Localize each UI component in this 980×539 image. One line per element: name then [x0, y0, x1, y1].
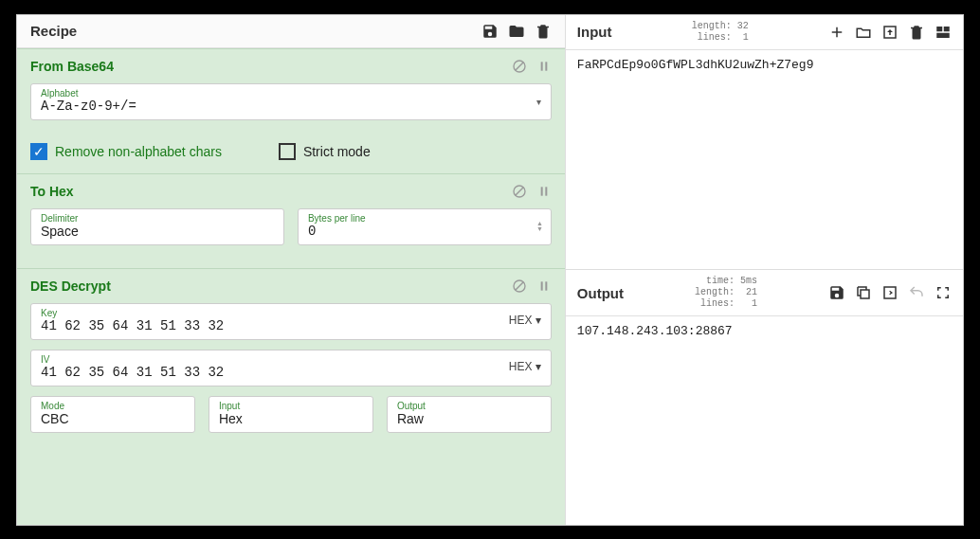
input-panel: Input length: 32 lines: 1 FaRPCdEp9o0GfW…	[566, 15, 963, 271]
svg-line-5	[516, 188, 523, 195]
save-output-icon[interactable]	[828, 284, 845, 301]
key-format-select[interactable]: HEX ▾	[509, 314, 541, 327]
input-format-value: Hex	[219, 411, 363, 426]
svg-line-1	[516, 63, 523, 70]
number-spinner-icon[interactable]: ▲▼	[536, 221, 543, 232]
output-format-label: Output	[397, 401, 541, 411]
input-format-label: Input	[219, 401, 363, 411]
alphabet-label: Alphabet	[41, 88, 541, 99]
key-label: Key	[41, 308, 509, 318]
iv-label: IV	[41, 354, 509, 365]
pause-icon[interactable]	[536, 184, 552, 199]
trash-icon[interactable]	[535, 23, 552, 40]
move-to-input-icon[interactable]	[881, 284, 898, 301]
add-tab-icon[interactable]	[828, 24, 845, 41]
pause-icon[interactable]	[536, 59, 552, 74]
svg-rect-14	[936, 32, 950, 37]
output-format-select[interactable]: Output Raw	[387, 396, 552, 433]
folder-icon[interactable]	[508, 23, 525, 40]
copy-icon[interactable]	[855, 284, 872, 301]
op-title: DES Decrypt	[30, 278, 111, 294]
op-from-base64: From Base64 Alphabet A-Za-z0-9+/= ▾	[17, 48, 565, 173]
svg-rect-7	[545, 187, 547, 195]
input-title: Input	[577, 24, 612, 40]
clear-input-icon[interactable]	[908, 24, 925, 41]
checkbox-checked-icon: ✓	[30, 143, 47, 160]
alphabet-select[interactable]: Alphabet A-Za-z0-9+/= ▾	[30, 83, 552, 120]
disable-icon[interactable]	[512, 59, 527, 74]
bytes-per-line-input[interactable]: Bytes per line 0 ▲▼	[298, 208, 552, 245]
svg-rect-3	[545, 62, 547, 70]
mode-value: CBC	[41, 411, 185, 426]
output-title: Output	[577, 285, 624, 301]
op-to-hex: To Hex Delimiter Space Bytes per line	[17, 173, 565, 268]
disable-icon[interactable]	[512, 184, 527, 199]
save-icon[interactable]	[481, 23, 499, 40]
delimiter-select[interactable]: Delimiter Space	[30, 208, 284, 245]
key-value: 41 62 35 64 31 51 33 32	[41, 318, 509, 333]
output-panel: Output time: 5ms length: 21 lines: 1 107…	[566, 270, 963, 525]
key-field[interactable]: Key 41 62 35 64 31 51 33 32 HEX ▾	[30, 303, 552, 340]
input-format-select[interactable]: Input Hex	[209, 396, 373, 433]
recipe-panel: Recipe From Base64 Alphabet	[17, 15, 566, 525]
op-des-decrypt: DES Decrypt Key 41 62 35 64 31 51 33 32 …	[17, 268, 565, 456]
pause-icon[interactable]	[536, 278, 552, 294]
op-title: From Base64	[30, 59, 114, 74]
open-folder-icon[interactable]	[855, 24, 872, 41]
undo-icon[interactable]	[908, 284, 925, 301]
bpl-label: Bytes per line	[308, 213, 541, 224]
layout-icon[interactable]	[935, 24, 952, 41]
svg-rect-6	[540, 187, 542, 195]
strict-mode-label: Strict mode	[303, 144, 371, 159]
input-meta: length: 32 lines: 1	[692, 21, 749, 44]
bpl-value: 0	[308, 224, 541, 239]
recipe-header: Recipe	[17, 15, 565, 48]
alphabet-value: A-Za-z0-9+/=	[41, 99, 541, 114]
disable-icon[interactable]	[512, 278, 527, 294]
op-title: To Hex	[30, 184, 74, 199]
iv-field[interactable]: IV 41 62 35 64 31 51 33 32 HEX ▾	[30, 350, 552, 386]
mode-select[interactable]: Mode CBC	[30, 396, 195, 433]
iv-value: 41 62 35 64 31 51 33 32	[41, 365, 509, 380]
svg-rect-12	[936, 27, 942, 31]
delimiter-label: Delimiter	[41, 213, 274, 224]
checkbox-unchecked-icon	[279, 143, 296, 160]
maximize-icon[interactable]	[935, 284, 952, 301]
input-textarea[interactable]: FaRPCdEp9o0GfWPL3dhKU2uwZh+Z7eg9	[566, 50, 963, 270]
remove-nonalpha-checkbox[interactable]: ✓ Remove non-alphabet chars	[30, 143, 222, 160]
iv-format-select[interactable]: HEX ▾	[509, 360, 541, 373]
output-format-value: Raw	[397, 411, 541, 426]
strict-mode-checkbox[interactable]: Strict mode	[279, 143, 371, 160]
delimiter-value: Space	[41, 224, 274, 239]
svg-line-9	[516, 282, 523, 290]
open-file-icon[interactable]	[881, 24, 898, 41]
svg-rect-13	[944, 27, 950, 31]
remove-nonalpha-label: Remove non-alphabet chars	[55, 144, 222, 159]
output-text: 107.148.243.103:28867	[566, 316, 963, 525]
mode-label: Mode	[41, 401, 185, 411]
recipe-title: Recipe	[30, 23, 77, 39]
svg-rect-10	[540, 281, 542, 290]
chevron-down-icon: ▾	[536, 97, 541, 107]
svg-rect-11	[545, 281, 547, 290]
output-meta: time: 5ms length: 21 lines: 1	[695, 276, 757, 310]
svg-rect-2	[540, 62, 542, 70]
